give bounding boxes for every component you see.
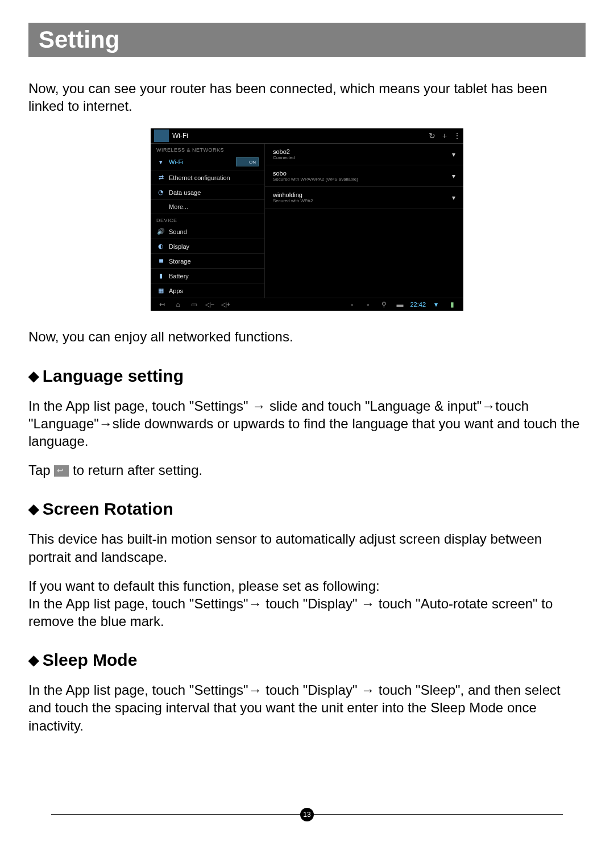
wifi-network-list: sobo2 Connected ▾ sobo Secured with WPA/… (265, 144, 463, 298)
apps-label: Apps (169, 287, 183, 294)
status-icon: ▬ (392, 301, 408, 308)
wifi-label: Wi-Fi (169, 158, 184, 165)
battery-status-icon: ▮ (444, 301, 460, 308)
sidebar-item-sound: 🔊 Sound (151, 224, 264, 239)
wifi-switch: ON (236, 157, 259, 166)
sidebar-item-storage: ≣ Storage (151, 254, 264, 269)
heading-rotation: Screen Rotation (28, 499, 586, 519)
display-label: Display (169, 243, 189, 250)
system-nav-bar: ↤ ⌂ ▭ ◁− ◁+ ▫ ▫ ⚲ ▬ 22:42 ▾ ▮ (151, 298, 463, 311)
signal-icon: ▾ (452, 172, 455, 180)
voldown-icon: ◁− (202, 301, 218, 308)
network-status: Connected (273, 155, 295, 160)
tap-prefix: Tap (28, 462, 54, 478)
signal-icon: ▾ (452, 151, 455, 158)
network-row: sobo2 Connected ▾ (265, 144, 463, 165)
network-status: Secured with WPA/WPA2 (WPS available) (273, 177, 358, 182)
heading-language: Language setting (28, 366, 586, 386)
sync-icon: ↻ (426, 131, 438, 140)
tablet-screenshot: Wi-Fi ↻ + ⋮ WIRELESS & NETWORKS ▾ Wi-Fi … (151, 128, 463, 311)
sidebar-item-apps: ▦ Apps (151, 283, 264, 298)
page-footer: 13 (51, 814, 563, 832)
status-icon: ▫ (360, 301, 376, 308)
sidebar-item-wifi: ▾ Wi-Fi ON (151, 154, 264, 170)
language-tap-text: Tap to return after setting. (28, 461, 586, 479)
intro-text: Now, you can see your router has been co… (28, 80, 586, 115)
menu-icon: ⋮ (451, 131, 463, 140)
sidebar-item-display: ◐ Display (151, 239, 264, 254)
screenshot-container: Wi-Fi ↻ + ⋮ WIRELESS & NETWORKS ▾ Wi-Fi … (28, 128, 586, 311)
network-status: Secured with WPA2 (273, 198, 313, 203)
ethernet-label: Ethernet configuration (169, 174, 230, 181)
wifi-icon: ▾ (156, 158, 165, 166)
more-label: More... (169, 203, 188, 210)
signal-icon: ▾ (452, 194, 455, 202)
back-icon: ↤ (154, 301, 170, 308)
network-name: winholding (273, 191, 313, 198)
storage-label: Storage (169, 258, 191, 265)
screen-title: Wi-Fi (172, 132, 426, 140)
display-icon: ◐ (156, 243, 165, 250)
heading-sleep: Sleep Mode (28, 650, 586, 670)
ethernet-icon: ⇄ (156, 174, 165, 181)
status-icon: ⚲ (376, 301, 392, 308)
sidebar-item-ethernet: ⇄ Ethernet configuration (151, 170, 264, 185)
rotation-text-2: If you want to default this function, pl… (28, 577, 586, 631)
apps-icon: ▦ (156, 287, 165, 294)
network-name: sobo (273, 170, 358, 177)
tap-suffix: to return after setting. (69, 462, 202, 478)
sound-label: Sound (169, 228, 187, 235)
page-banner: Setting (28, 23, 586, 57)
settings-icon (154, 130, 169, 142)
rotation-text-1: This device has built-in motion sensor t… (28, 530, 586, 565)
sidebar-item-battery: ▮ Battery (151, 269, 264, 283)
battery-label: Battery (169, 273, 189, 279)
screenshot-header: Wi-Fi ↻ + ⋮ (151, 128, 463, 144)
home-icon: ⌂ (170, 301, 186, 308)
page-number: 13 (300, 808, 314, 821)
clock: 22:42 (408, 301, 428, 308)
category-wireless: WIRELESS & NETWORKS (151, 144, 264, 154)
data-label: Data usage (169, 189, 201, 196)
wifi-status-icon: ▾ (428, 301, 444, 308)
storage-icon: ≣ (156, 257, 165, 265)
settings-sidebar: WIRELESS & NETWORKS ▾ Wi-Fi ON ⇄ Etherne… (151, 144, 265, 298)
volup-icon: ◁+ (218, 301, 234, 308)
language-text: In the App list page, touch "Settings" →… (28, 397, 586, 450)
sidebar-item-data: ◔ Data usage (151, 185, 264, 200)
back-button-icon (54, 465, 69, 477)
recent-icon: ▭ (186, 301, 202, 308)
data-icon: ◔ (156, 189, 165, 196)
network-name: sobo2 (273, 148, 295, 155)
after-shot-text: Now, you can enjoy all networked functio… (28, 328, 586, 345)
network-row: sobo Secured with WPA/WPA2 (WPS availabl… (265, 165, 463, 187)
sleep-text: In the App list page, touch "Settings"→ … (28, 681, 586, 735)
status-icon: ▫ (344, 301, 360, 308)
sound-icon: 🔊 (156, 228, 165, 235)
battery-icon: ▮ (156, 272, 165, 279)
network-row: winholding Secured with WPA2 ▾ (265, 187, 463, 208)
sidebar-item-more: More... (151, 200, 264, 214)
category-device: DEVICE (151, 214, 264, 224)
add-icon: + (438, 131, 451, 140)
